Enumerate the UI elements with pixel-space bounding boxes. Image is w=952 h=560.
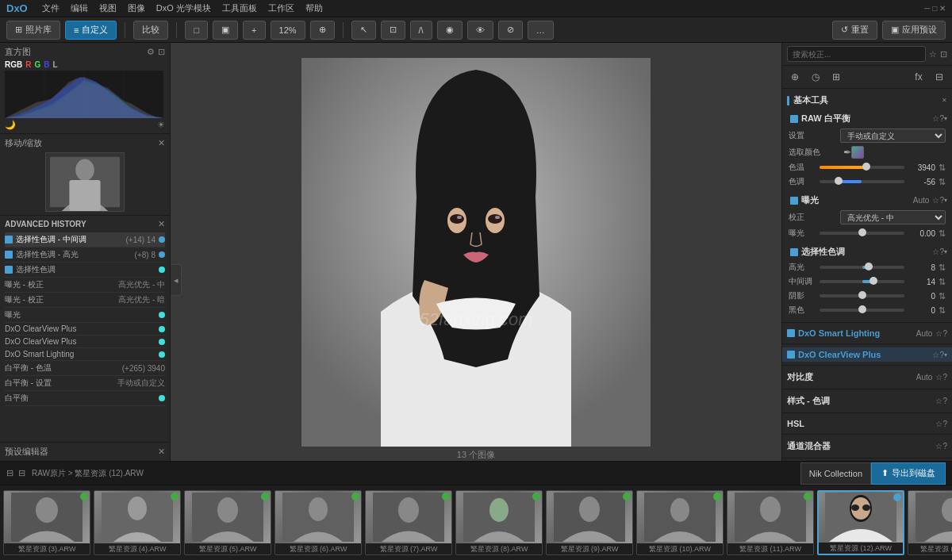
selective-tone-header[interactable]: 选择性色调 ☆ ? ▾ [782, 244, 952, 260]
contrast-star[interactable]: ☆ [935, 373, 942, 382]
menu-item-help[interactable]: 帮助 [305, 2, 323, 14]
exposure-header[interactable]: 曝光 Auto ☆ ? ▾ [782, 192, 952, 209]
filmstrip-item[interactable]: 繁星资源 (6).ARW [274, 490, 362, 555]
clock-icon[interactable]: ◷ [808, 69, 823, 85]
channel-g[interactable]: G [34, 60, 40, 69]
smart-lighting-star[interactable]: ☆ [935, 329, 942, 338]
menu-item-tools[interactable]: 工具面板 [222, 2, 257, 14]
adv-history-close-icon[interactable]: ✕ [158, 219, 165, 229]
eyedropper-icon[interactable]: ✒ [843, 147, 851, 158]
channel-mixer-star[interactable]: ☆ [935, 442, 942, 451]
filmstrip-arrow-icon[interactable]: ⊟ [6, 468, 13, 478]
midtones-thumb[interactable] [869, 277, 877, 285]
history-item[interactable]: 白平衡 - 色温 (+265) 3940 [5, 361, 165, 376]
history-item[interactable]: 白平衡 - 设置 手动或自定义 [5, 376, 165, 391]
filmstrip-item[interactable]: 繁星资源 (4).ARW [94, 490, 181, 555]
view-mode-split[interactable]: ▣ [213, 21, 238, 40]
compare-btn[interactable]: 比较 [133, 21, 168, 40]
exposure-track[interactable] [820, 232, 904, 235]
fx-icon[interactable]: fx [911, 69, 927, 85]
filmstrip-item[interactable]: 繁星资源 (9).ARW [546, 490, 633, 555]
midtones-track[interactable] [820, 280, 904, 283]
menu-item-edit[interactable]: 编辑 [71, 2, 88, 14]
search-expand-icon[interactable]: ⊡ [940, 49, 947, 59]
channel-rgb[interactable]: RGB [5, 60, 22, 69]
exposure-star-icon[interactable]: ☆ [932, 196, 939, 205]
filmstrip-item[interactable]: 繁星资源 (10).ARW [636, 490, 724, 555]
apply-preset-btn[interactable]: ▣ 应用预设 [882, 21, 946, 40]
filmstrip-item[interactable]: 繁星资源 (7).ARW [365, 490, 452, 555]
channel-mixer-header[interactable]: 通道混合器 ☆ ? [782, 438, 952, 455]
clearview-header[interactable]: DxO ClearView Plus ☆ ? ▾ [782, 347, 952, 362]
history-item[interactable]: 选择性色调 - 中间调 (+14) 14 [5, 232, 165, 247]
wb-setting-select[interactable]: 手动或自定义 [840, 128, 946, 143]
tool-mask[interactable]: ⊘ [498, 21, 523, 40]
tool-horizon[interactable]: /\ [410, 21, 432, 40]
shadows-thumb[interactable] [858, 291, 866, 299]
filmstrip-item[interactable]: 繁星资源 (5).ARW [184, 490, 271, 555]
channel-l[interactable]: L [52, 60, 57, 69]
view-mode-rect[interactable]: □ [185, 21, 208, 40]
highlights-stepper[interactable]: ⇅ [939, 263, 946, 273]
reset-btn[interactable]: ↺ 重置 [832, 21, 877, 40]
menu-item-image[interactable]: 图像 [128, 2, 145, 14]
color-temp-thumb[interactable] [862, 163, 870, 171]
clearview-star[interactable]: ☆ [932, 351, 939, 359]
contrast-question[interactable]: ? [942, 373, 947, 382]
channel-r[interactable]: R [25, 60, 31, 69]
selective-tone-star-icon[interactable]: ☆ [932, 247, 939, 256]
histogram-expand-icon[interactable]: ⊡ [158, 47, 165, 57]
customize-btn[interactable]: ≡ 自定义 [65, 21, 117, 40]
shadows-stepper[interactable]: ⇅ [939, 291, 946, 301]
blacks-thumb[interactable] [858, 305, 866, 313]
color-tint-track[interactable] [820, 180, 904, 183]
history-item[interactable]: 曝光 [5, 308, 165, 323]
exposure-thumb[interactable] [858, 228, 866, 236]
tool-crop[interactable]: ⊡ [381, 21, 405, 40]
filmstrip-item[interactable]: 繁星资源 (11).ARW [727, 490, 814, 555]
blacks-track[interactable] [820, 309, 904, 312]
left-panel-collapse[interactable]: ◂ [171, 264, 182, 296]
shadows-track[interactable] [820, 294, 904, 297]
raw-wb-header[interactable]: RAW 白平衡 ☆ ? ▾ [782, 110, 952, 127]
blacks-stepper[interactable]: ⇅ [939, 305, 946, 316]
exposure-correction-select[interactable]: 高光优先 - 中 [840, 210, 946, 224]
hsl-star[interactable]: ☆ [935, 420, 942, 428]
palette-icon[interactable]: ⊕ [787, 69, 803, 85]
tool-cursor[interactable]: ↖ [351, 21, 376, 40]
smart-lighting-header[interactable]: DxO Smart Lighting Auto ☆ ? [782, 326, 952, 340]
midtones-stepper[interactable]: ⇅ [939, 277, 946, 287]
channel-mixer-question[interactable]: ? [942, 442, 947, 451]
history-item[interactable]: 白平衡 [5, 391, 165, 406]
smart-lighting-question[interactable]: ? [942, 329, 947, 338]
exposure-stepper[interactable]: ⇅ [939, 228, 946, 239]
basic-tools-header[interactable]: 基本工具 ✕ [782, 92, 952, 109]
histogram-settings-icon[interactable]: ⚙ [147, 47, 155, 57]
view-zoom-out[interactable]: + [243, 21, 265, 40]
nik-collection-btn[interactable]: Nik Collection [800, 462, 871, 485]
channel-b[interactable]: B [44, 60, 49, 69]
color-swatch[interactable] [851, 146, 864, 159]
view-zoom-level[interactable]: 12% [271, 21, 305, 40]
view-fit[interactable]: ⊕ [310, 21, 335, 40]
tool-redeye[interactable]: 👁 [467, 21, 493, 40]
style-tone-header[interactable]: 样式 - 色调 ☆ ? [782, 393, 952, 409]
filmstrip-item[interactable]: 繁星资源 (13).ARW [908, 490, 952, 555]
filmstrip-filter-icon[interactable]: ⊟ [18, 468, 25, 478]
expand-all-icon[interactable]: ⊟ [931, 69, 947, 85]
hsl-question[interactable]: ? [942, 420, 947, 428]
history-item[interactable]: DxO Smart Lighting [5, 348, 165, 361]
menu-item-workspace[interactable]: 工作区 [268, 2, 294, 14]
grid-icon[interactable]: ⊞ [828, 69, 844, 85]
highlights-thumb[interactable] [865, 263, 873, 270]
history-item[interactable]: 曝光 - 校正 高光优先 - 中 [5, 278, 165, 293]
tool-more[interactable]: … [528, 21, 554, 40]
preset-close-icon[interactable]: ✕ [158, 447, 165, 457]
history-item[interactable]: DxO ClearView Plus [5, 336, 165, 348]
filmstrip-item[interactable]: 繁星资源 (8).ARW [455, 490, 543, 555]
contrast-header[interactable]: 对比度 Auto ☆ ? [782, 369, 952, 385]
hsl-header[interactable]: HSL ☆ ? [782, 416, 952, 431]
photo-library-btn[interactable]: ⊞ 照片库 [6, 21, 60, 40]
highlights-track[interactable] [820, 266, 904, 269]
color-temp-stepper[interactable]: ⇅ [939, 163, 946, 173]
